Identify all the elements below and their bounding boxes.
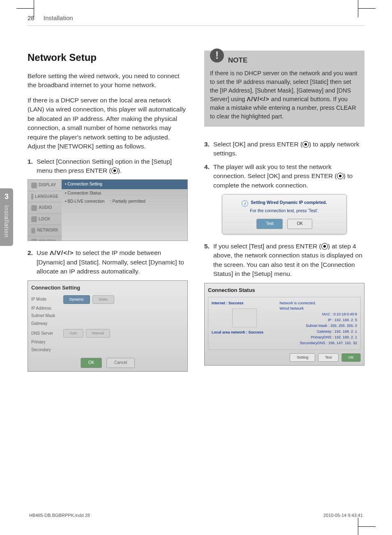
internet-status: Internet : Success: [212, 301, 277, 306]
pdns-value: PrimaryDNS : 192. 168. 2. 1: [279, 335, 357, 340]
enter-icon: [302, 141, 309, 148]
step-5-pre: If you select [Test] and press ENTER (: [213, 243, 321, 250]
crop-mark: [358, 518, 358, 535]
screenshot-setup-menu: DISPLAY LANGUAGE AUDIO LOCK NETWORK OTHE…: [28, 179, 188, 241]
audio-icon: [31, 205, 37, 211]
page-footer: HB485-DB.BGBRPPK.indd 28 2010-05-14 9:43…: [28, 513, 364, 518]
menu-item-display: DISPLAY: [28, 180, 62, 191]
step-1: 1. Select [Connection Setting] option in…: [28, 157, 188, 176]
status-title: Connection Status: [208, 287, 361, 294]
step-1-text: Select [Connection Setting] option in th…: [37, 158, 172, 174]
ok-button: OK: [341, 353, 361, 362]
step-2: 2. Use Λ/V/</> to select the IP mode bet…: [28, 248, 188, 276]
manual-pill: Manual: [86, 329, 111, 338]
arrow-keys: Λ/V/</>: [50, 249, 74, 256]
heading-network-setup: Network Setup: [28, 51, 188, 65]
test-msg1: Setting Wired Dynamic IP completed.: [251, 200, 327, 205]
net-connected: Network is connected.: [279, 301, 357, 306]
setting-button: Setting: [290, 353, 315, 362]
gateway-label: Gateway: [31, 321, 63, 327]
screenshot-connection-status: Connection Status Internet : Success Loc…: [204, 283, 364, 366]
step-text: If you select [Test] and press ENTER () …: [213, 242, 364, 279]
step-number: 1.: [28, 157, 37, 176]
lock-icon: [31, 216, 37, 222]
enter-icon: [111, 167, 118, 174]
step-number: 3.: [204, 140, 213, 158]
crop-mark: [16, 8, 34, 9]
ipmode-label: IP Mode: [31, 296, 63, 303]
enter-icon: [321, 243, 328, 250]
secondary-label: Secondary: [31, 347, 63, 353]
menu-item-lock: LOCK: [28, 214, 62, 225]
test-button: Test: [318, 353, 339, 362]
menu-item-language: LANGUAGE: [28, 191, 62, 203]
menu-item-audio: AUDIO: [28, 202, 62, 214]
enter-icon: [337, 173, 344, 179]
conn-title: Connection Setting: [31, 284, 184, 292]
test-msg2: For the connection test, press 'Test'.: [227, 208, 341, 214]
chapter-number: 3: [0, 188, 13, 201]
crop-mark: [358, 8, 376, 9]
language-icon: [31, 194, 33, 199]
network-diagram-icon: [232, 308, 257, 327]
footer-file: HB485-DB.BGBRPPK.indd 28: [29, 513, 90, 518]
right-column: ! NOTE If there is no DHCP server on the…: [204, 51, 364, 379]
chapter-label: Installation: [3, 205, 10, 238]
running-head: 28 Installation: [28, 14, 364, 26]
page-number: 28: [28, 14, 35, 21]
subnet-label: Subnet Mask: [31, 313, 63, 319]
alert-icon: !: [210, 49, 224, 63]
step-2-pre: Use: [37, 249, 50, 256]
section-name: Installation: [44, 14, 73, 21]
ipaddr-label: IP Address: [31, 306, 63, 312]
network-icon: [31, 228, 35, 234]
arrow-keys: Λ/V/</>: [247, 96, 269, 102]
menu-item-network: NETWORK: [28, 225, 62, 236]
lan-status: Local area network : Success: [212, 330, 277, 335]
step-3: 3. Select [OK] and press ENTER () to app…: [204, 140, 364, 158]
ip-value: IP : 192. 168. 2. 5: [279, 317, 357, 323]
wired-label: Wired Network: [279, 306, 357, 311]
info-icon: i: [242, 200, 248, 207]
cancel-button: Cancel: [106, 358, 135, 368]
step-1-post: ).: [118, 167, 122, 174]
auto-pill: Auto: [63, 329, 83, 338]
crop-mark: [358, 526, 376, 527]
display-icon: [31, 183, 37, 188]
left-column: Network Setup Before setting the wired n…: [28, 51, 188, 379]
screenshot-connection-setting: Connection Setting IP Mode Dynamic Stati…: [28, 280, 188, 372]
footer-timestamp: 2010-05-14 9:43:41: [323, 513, 363, 518]
step-text: Use Λ/V/</> to select the IP mode betwee…: [37, 248, 188, 276]
screenshot-test-dialog: iSetting Wired Dynamic IP completed. For…: [222, 194, 347, 234]
step-number: 2.: [28, 248, 37, 276]
ok-button: OK: [287, 219, 312, 229]
note-label: NOTE: [228, 56, 247, 66]
step-4-pre: The player will ask you to test the netw…: [213, 163, 337, 179]
gw-value: Gateway : 192. 168. 2. 1: [279, 329, 357, 334]
step-5: 5. If you select [Test] and press ENTER …: [204, 242, 364, 279]
connection-status-row: • Connection Status: [62, 189, 187, 198]
static-pill: Static: [92, 295, 114, 304]
sdns-value: SecondaryDNS : 156. 147. 191. 32: [279, 340, 357, 346]
intro-paragraph-2: If there is a DHCP server on the local a…: [28, 96, 188, 151]
test-button: Test: [256, 219, 283, 229]
mask-value: Subnet Mask : 255. 255. 255. 0: [279, 323, 357, 329]
step-3-pre: Select [OK] and press ENTER (: [213, 141, 302, 148]
bdlive-row: • BD-LIVE connection : Partially permitt…: [62, 197, 187, 206]
step-text: Select [OK] and press ENTER () to apply …: [213, 140, 364, 158]
chapter-tab: 3 Installation: [0, 188, 13, 246]
menu-item-others: OTHERS: [28, 236, 62, 241]
step-4: 4. The player will ask you to test the n…: [204, 162, 364, 190]
step-number: 5.: [204, 242, 213, 279]
step-text: The player will ask you to test the netw…: [213, 162, 364, 190]
mac-value: MAC : 0:10:18:0:40:8: [279, 312, 357, 317]
page-body: 28 Installation Network Setup Before set…: [28, 14, 364, 520]
connection-setting-highlight: • Connection Setting: [62, 180, 187, 189]
intro-paragraph-1: Before setting the wired network, you ne…: [28, 72, 188, 90]
ok-button: OK: [81, 358, 102, 368]
dynamic-pill: Dynamic: [63, 295, 90, 304]
note-box: ! NOTE If there is no DHCP server on the…: [204, 51, 364, 127]
others-icon: [31, 239, 37, 241]
step-number: 4.: [204, 162, 213, 190]
step-text: Select [Connection Setting] option in th…: [37, 157, 188, 176]
